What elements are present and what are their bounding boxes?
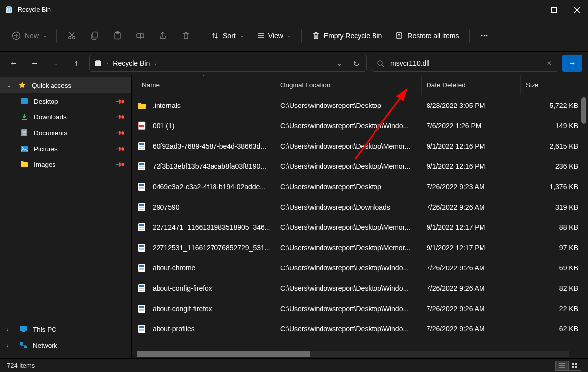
file-name: about-congif-firefox [153, 305, 212, 313]
table-row[interactable]: .internalsC:\Users\windowsreport\Desktop… [132, 95, 588, 115]
sidebar-item-images[interactable]: Images 📌 [0, 157, 131, 172]
column-header-size[interactable]: Size [521, 75, 588, 95]
content: ⌃ Name Original Location Date Deleted Si… [132, 75, 588, 358]
doc-icon [137, 141, 147, 151]
sidebar-item-label: Downloads [34, 113, 67, 121]
sidebar-item-pictures[interactable]: Pictures 📌 [0, 141, 131, 157]
ellipsis-icon [480, 31, 489, 40]
table-row[interactable]: 72f3b13ebf13b743acab8fa03f8190...C:\User… [132, 156, 588, 176]
up-button[interactable]: ↑ [68, 55, 84, 71]
downloads-icon [20, 112, 29, 121]
table-row[interactable]: 0469e3a2-c3a2-4f18-b194-02adde...C:\User… [132, 176, 588, 197]
file-name-cell: 001 (1) [132, 121, 275, 131]
chevron-right-icon: › [7, 343, 14, 348]
plus-circle-icon [12, 31, 21, 40]
file-location-cell: C:\Users\windowsreport\Desktop\Windo... [275, 122, 422, 130]
table-row[interactable]: 22712531_1166127076852729_531...C:\Users… [132, 237, 588, 258]
file-name-cell: about-congif-firefox [132, 304, 275, 314]
sidebar-this-pc[interactable]: › This PC [0, 321, 131, 337]
share-button[interactable] [153, 27, 173, 45]
sidebar-item-downloads[interactable]: Downloads 📌 [0, 109, 131, 125]
details-view-button[interactable] [555, 361, 568, 371]
cut-button[interactable] [62, 27, 82, 45]
file-name-cell: about-chrome [132, 263, 275, 273]
title-bar: Recycle Bin [0, 0, 588, 20]
more-button[interactable] [475, 27, 494, 45]
chevron-right-icon[interactable]: › [107, 61, 108, 66]
refresh-button[interactable] [350, 60, 362, 67]
vertical-scrollbar[interactable] [581, 97, 586, 124]
copy-icon [91, 31, 99, 40]
column-header-date[interactable]: Date Deleted [422, 75, 521, 95]
maximize-button[interactable] [542, 0, 565, 20]
file-name-cell: 22712531_1166127076852729_531... [132, 243, 275, 253]
trash-icon [182, 31, 190, 40]
copy-button[interactable] [85, 27, 105, 45]
table-row[interactable]: about-config-firefoxC:\Users\windowsrepo… [132, 278, 588, 298]
horizontal-scrollbar[interactable] [137, 351, 569, 357]
table-row[interactable]: 2907590C:\Users\windowsreport\Downloads7… [132, 197, 588, 217]
restore-all-button[interactable]: Restore all items [390, 27, 464, 45]
body: ⌄ Quick access Desktop 📌 Downloads 📌 Doc… [0, 75, 588, 358]
close-button[interactable] [565, 0, 588, 20]
table-row[interactable]: about-chromeC:\Users\windowsreport\Deskt… [132, 258, 588, 278]
chevron-right-icon[interactable]: › [155, 61, 156, 66]
search-input[interactable] [390, 59, 541, 67]
sidebar-item-documents[interactable]: Documents 📌 [0, 125, 131, 141]
clipboard-icon [113, 31, 122, 40]
empty-label: Empty Recycle Bin [324, 32, 382, 40]
view-button[interactable]: View ⌄ [252, 27, 296, 45]
file-location-cell: C:\Users\windowsreport\Desktop\Memor... [275, 244, 422, 252]
scrollbar-thumb[interactable] [137, 351, 310, 357]
svg-rect-3 [551, 7, 556, 12]
table-row[interactable]: about-profilesC:\Users\windowsreport\Des… [132, 319, 588, 339]
file-location-cell: C:\Users\windowsreport\Desktop\Memor... [275, 162, 422, 170]
paste-button[interactable] [107, 27, 127, 45]
address-bar[interactable]: › Recycle Bin › ⌄ [89, 55, 367, 72]
sidebar-network[interactable]: › Network [0, 337, 131, 353]
rename-button[interactable] [130, 27, 150, 45]
svg-rect-69 [139, 265, 144, 267]
back-button[interactable]: ← [6, 55, 22, 71]
search-go-button[interactable]: → [562, 55, 582, 72]
file-date-cell: 7/26/2022 9:26 AM [422, 284, 521, 292]
recycle-bin-icon [94, 59, 102, 67]
new-button[interactable]: New ⌄ [7, 27, 52, 45]
column-header-name[interactable]: ⌃ Name [132, 75, 275, 95]
pin-icon: 📌 [115, 144, 126, 154]
documents-icon [20, 128, 29, 137]
svg-rect-77 [139, 306, 144, 308]
table-row[interactable]: 001 (1)C:\Users\windowsreport\Desktop\Wi… [132, 115, 588, 136]
sort-button[interactable]: Sort ⌄ [206, 27, 249, 45]
doc-icon [137, 263, 147, 273]
table-row[interactable]: about-congif-firefoxC:\Users\windowsrepo… [132, 298, 588, 319]
chevron-down-icon: ⌄ [240, 33, 244, 38]
file-name: 0469e3a2-c3a2-4f18-b194-02adde... [153, 183, 266, 191]
empty-recycle-bin-button[interactable]: Empty Recycle Bin [307, 27, 387, 45]
sidebar-item-label: Desktop [34, 98, 58, 105]
item-count: 724 items [7, 362, 35, 369]
thumbnails-view-button[interactable] [568, 361, 581, 371]
svg-rect-45 [139, 143, 144, 145]
delete-button[interactable] [176, 27, 196, 45]
file-name: 72f3b13ebf13b743acab8fa03f8190... [153, 162, 266, 170]
address-segment[interactable]: Recycle Bin [113, 59, 150, 67]
view-list-icon [257, 32, 265, 40]
file-name-cell: 22712471_1166131983518905_346... [132, 222, 275, 232]
toolbar: New ⌄ Sort ⌄ View ⌄ Empty Recycle Bin Re… [0, 20, 588, 52]
search-box[interactable]: ✕ [372, 55, 557, 72]
history-chevron-icon[interactable]: ⌄ [333, 59, 345, 67]
svg-rect-90 [572, 366, 574, 368]
sidebar-item-desktop[interactable]: Desktop 📌 [0, 93, 131, 109]
forward-button[interactable]: → [27, 55, 43, 71]
chevron-down-icon: ⌄ [7, 83, 13, 88]
file-date-cell: 7/26/2022 9:23 AM [422, 183, 521, 191]
minimize-button[interactable] [520, 0, 542, 20]
svg-rect-49 [139, 163, 144, 165]
table-row[interactable]: 60f92ad3-7689-4587-be4d-38663d...C:\User… [132, 136, 588, 156]
column-header-location[interactable]: Original Location [275, 75, 422, 95]
clear-search-button[interactable]: ✕ [547, 60, 552, 67]
table-row[interactable]: 22712471_1166131983518905_346...C:\Users… [132, 217, 588, 237]
recent-chevron-icon[interactable]: ⌄ [48, 55, 63, 71]
sidebar-quick-access[interactable]: ⌄ Quick access [0, 77, 131, 93]
